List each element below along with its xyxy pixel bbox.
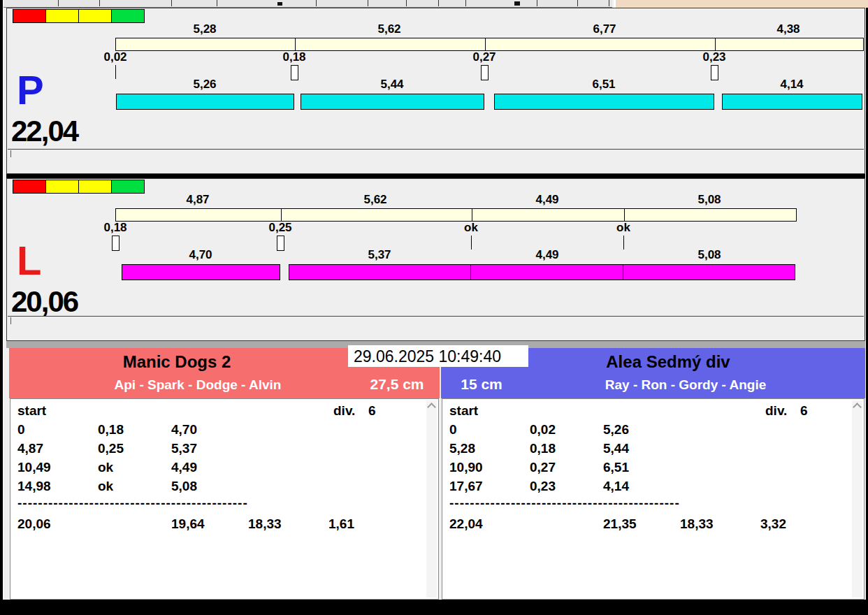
split-time: 4,87 [186, 193, 209, 207]
run-start: 10,90 [449, 460, 483, 475]
team-members: Ray - Ron - Gordy - Angie [525, 377, 846, 393]
run-start: 0 [449, 422, 457, 437]
run-bar-segment [470, 264, 623, 280]
split-bar [115, 208, 797, 222]
run-time: 5,44 [603, 441, 629, 456]
dog-time: 5,08 [697, 248, 721, 262]
total-reference: 18,33 [680, 516, 714, 532]
start-label: start [17, 403, 46, 419]
run-delay: ok [98, 479, 113, 494]
traffic-light-yellow-2 [78, 180, 112, 194]
run-bar-segment [494, 94, 714, 110]
run-time: 5,08 [171, 479, 197, 494]
traffic-light-red [13, 180, 46, 194]
run-delay: 0,18 [530, 441, 556, 456]
run-delay: ok [98, 460, 113, 475]
team-name: Alea Sedmý div [504, 352, 832, 372]
split-time: 5,28 [193, 22, 216, 36]
dog-time: 5,37 [368, 248, 391, 262]
crossing-delay: ok [464, 221, 478, 235]
traffic-light-green [111, 180, 145, 194]
crossing-delay: 0,25 [268, 221, 291, 235]
traffic-light-red [13, 9, 46, 23]
run-start: 10,49 [17, 460, 51, 475]
run-bar-segment [623, 264, 795, 280]
run-row: 14,98 ok 5,08 [10, 479, 438, 495]
run-row: 17,67 0,23 4,14 [442, 479, 864, 495]
lane-letter-l: L [17, 240, 41, 281]
traffic-light-green [111, 9, 145, 23]
crossing-marker-tick [471, 236, 472, 249]
run-bar-segment [722, 94, 862, 110]
split-time: 6,77 [593, 22, 616, 36]
traffic-light [13, 9, 144, 23]
run-bar-segment [122, 264, 280, 280]
run-delay: 0,18 [98, 422, 124, 437]
separator-dashes: ----------------------------------------… [449, 495, 680, 511]
traffic-light-yellow-1 [45, 180, 79, 194]
glyph-fragment [514, 1, 520, 6]
crossing-marker-box [481, 65, 489, 80]
lane-letter-p: P [17, 70, 44, 110]
lane-panel-l: 4,87 5,62 4,49 5,08 0,18 0,25 ok ok 4,70… [6, 178, 865, 341]
run-row: 5,28 0,18 5,44 [442, 441, 864, 458]
division-label: div. [333, 403, 355, 419]
run-time: 4,14 [603, 479, 629, 494]
crossing-delay: 0,18 [282, 50, 305, 64]
run-time: 4,49 [171, 460, 197, 475]
crossing-delay: 0,23 [702, 50, 725, 64]
run-time: 4,70 [171, 422, 197, 437]
crossing-delay: 0,18 [103, 221, 126, 235]
total-time: 22,04 [449, 516, 483, 532]
traffic-light-yellow-2 [78, 9, 112, 23]
scrollbar[interactable] [426, 400, 437, 598]
split-time: 5,62 [363, 193, 386, 207]
traffic-light [13, 180, 144, 194]
run-row: 0 0,18 4,70 [10, 422, 438, 439]
crossing-delay: ok [616, 221, 630, 235]
run-row: 4,87 0,25 5,37 [10, 441, 438, 458]
lane-total-time: 20,06 [11, 287, 78, 317]
run-row: 10,49 ok 4,49 [10, 460, 438, 477]
division-value: 6 [368, 403, 376, 419]
crossing-marker-tick [115, 65, 116, 79]
scroll-up-icon[interactable] [427, 403, 436, 412]
crossing-marker-box [112, 236, 120, 251]
run-bar-segment [301, 94, 484, 110]
run-time: 6,51 [603, 460, 629, 475]
lane-total-time: 22,04 [11, 117, 78, 146]
team-members: Api - Spark - Dodge - Alvin [9, 377, 386, 393]
separator-dashes: ----------------------------------------… [17, 495, 248, 511]
run-start: 5,28 [449, 441, 475, 456]
toolbar-tan-block [614, 0, 868, 8]
crossing-marker-box [291, 65, 298, 80]
jump-height: 15 cm [447, 376, 516, 393]
split-time: 4,38 [776, 22, 800, 36]
traffic-light-yellow-1 [45, 9, 79, 23]
dog-time: 4,14 [780, 78, 803, 92]
team-name: Manic Dogs 2 [9, 352, 345, 372]
crossing-marker-tick [623, 236, 624, 249]
run-delay: 0,27 [530, 460, 556, 475]
team-results-area: start div. 6 0 0,02 5,26 5,28 0,18 5,44 … [442, 398, 865, 600]
toolbar-fragment [3, 0, 612, 8]
split-time: 4,49 [535, 193, 558, 207]
team-results-area: start div. 6 0 0,18 4,70 4,87 0,25 5,37 … [10, 398, 439, 600]
run-row: 10,90 0,27 6,51 [442, 460, 864, 477]
crossing-marker-box [277, 236, 284, 251]
scrollbar[interactable] [852, 400, 862, 598]
run-delay: 0,02 [530, 422, 556, 437]
dog-time: 5,26 [193, 78, 216, 92]
totals-row: 22,04 21,35 18,33 3,32 [442, 516, 864, 533]
split-bar [115, 38, 864, 51]
run-row: 0 0,02 5,26 [442, 422, 864, 439]
glyph-fragment [277, 2, 282, 6]
dog-time: 6,51 [592, 78, 615, 92]
total-diff: 3,32 [760, 516, 786, 532]
dog-time: 5,44 [380, 78, 403, 92]
run-time: 5,37 [171, 441, 197, 456]
team-panel-left: Manic Dogs 2 Api - Spark - Dodge - Alvin… [9, 348, 440, 600]
lane-status-strip [8, 149, 864, 173]
scroll-up-icon[interactable] [853, 403, 862, 412]
run-start: 17,67 [449, 479, 483, 494]
